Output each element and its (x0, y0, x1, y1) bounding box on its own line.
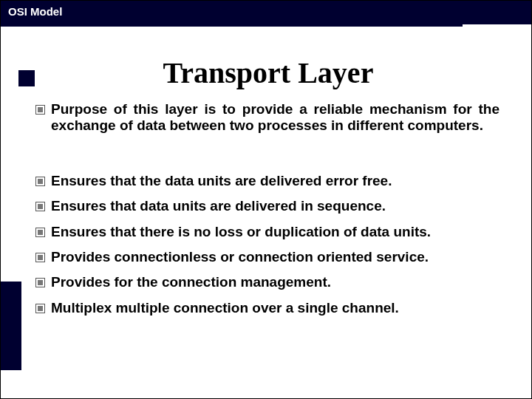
square-bullet-icon (35, 253, 45, 262)
list-item-text: Provides for the connection management. (51, 274, 499, 290)
list-item-text: Ensures that data units are delivered in… (51, 198, 499, 214)
title-accent-block (18, 70, 35, 86)
square-bullet-icon (35, 304, 45, 313)
header-bar: OSI Model (1, 1, 531, 24)
list-item: Purpose of this layer is to provide a re… (35, 101, 499, 134)
header-label: OSI Model (8, 5, 62, 18)
list-item: Ensures that the data units are delivere… (35, 173, 499, 189)
square-bullet-icon (35, 177, 45, 186)
list-item-text: Ensures that there is no loss or duplica… (51, 224, 499, 240)
list-item-text: Provides connectionless or connection or… (51, 249, 499, 265)
slide-title: Transport Layer (35, 55, 501, 90)
list-item: Ensures that there is no loss or duplica… (35, 224, 499, 240)
list-item: Ensures that data units are delivered in… (35, 198, 499, 214)
list-item-text: Purpose of this layer is to provide a re… (51, 101, 499, 134)
square-bullet-icon (35, 202, 45, 211)
list-item: Multiplex multiple connection over a sin… (35, 300, 499, 316)
slide: OSI Model Transport Layer Purpose of thi… (0, 0, 532, 399)
square-bullet-icon (35, 228, 45, 237)
square-bullet-icon (35, 278, 45, 287)
list-item-text: Ensures that the data units are delivere… (51, 173, 499, 189)
list-item: Provides for the connection management. (35, 274, 499, 290)
bullet-list: Purpose of this layer is to provide a re… (35, 101, 499, 325)
title-underline (1, 24, 463, 27)
list-item: Provides connectionless or connection or… (35, 249, 499, 265)
left-margin-block (1, 282, 21, 370)
list-item-text: Multiplex multiple connection over a sin… (51, 300, 499, 316)
square-bullet-icon (35, 105, 45, 115)
